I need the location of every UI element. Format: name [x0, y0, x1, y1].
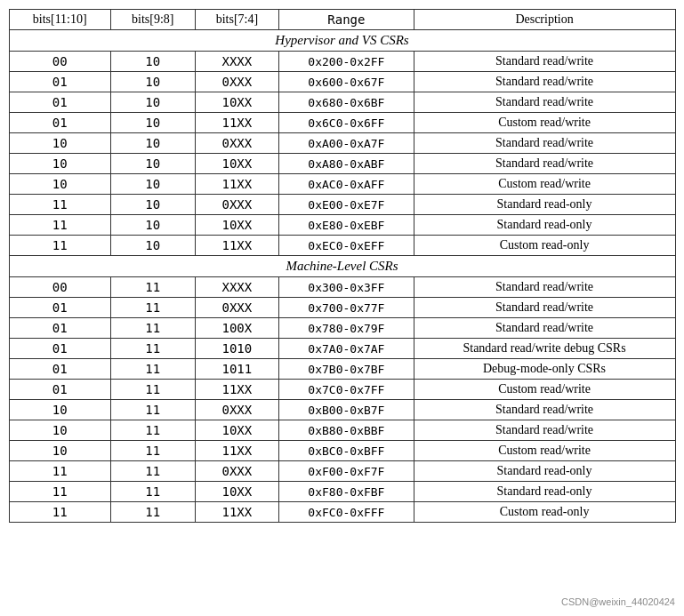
cell-1-10-3: 0xF80-0xFBF	[279, 482, 414, 502]
cell-1-7-3: 0xB80-0xBBF	[279, 420, 414, 441]
cell-1-1-1: 11	[110, 298, 195, 318]
cell-1-8-2: 11XX	[195, 441, 279, 461]
table-row: 111110XX0xF80-0xFBFStandard read-only	[9, 482, 675, 502]
cell-0-5-0: 10	[9, 154, 110, 174]
cell-0-9-4: Custom read-only	[414, 236, 675, 256]
table-row: 111011XX0xEC0-0xEFFCustom read-only	[9, 236, 675, 256]
cell-1-10-4: Standard read-only	[414, 482, 675, 502]
table-row: 11100XXX0xE00-0xE7FStandard read-only	[9, 195, 675, 215]
cell-1-4-4: Debug-mode-only CSRs	[414, 359, 675, 380]
cell-1-3-3: 0x7A0-0x7AF	[279, 339, 414, 359]
cell-1-6-0: 10	[9, 400, 110, 420]
cell-0-3-4: Custom read/write	[414, 113, 675, 133]
table-row: 111111XX0xFC0-0xFFFCustom read-only	[9, 502, 675, 523]
col-header-1: bits[9:8]	[110, 10, 195, 30]
cell-0-6-3: 0xAC0-0xAFF	[279, 174, 414, 195]
table-row: 011110100x7A0-0x7AFStandard read/write d…	[9, 339, 675, 359]
cell-1-1-0: 01	[9, 298, 110, 318]
cell-1-3-0: 01	[9, 339, 110, 359]
cell-1-5-4: Custom read/write	[414, 380, 675, 400]
cell-0-0-4: Standard read/write	[414, 52, 675, 72]
cell-1-8-0: 10	[9, 441, 110, 461]
table-row: 101110XX0xB80-0xBBFStandard read/write	[9, 420, 675, 441]
cell-1-0-3: 0x300-0x3FF	[279, 277, 414, 298]
cell-0-0-2: XXXX	[195, 52, 279, 72]
cell-0-5-3: 0xA80-0xABF	[279, 154, 414, 174]
cell-1-0-4: Standard read/write	[414, 277, 675, 298]
cell-0-1-4: Standard read/write	[414, 72, 675, 92]
cell-0-3-0: 01	[9, 113, 110, 133]
table-row: 0011XXXX0x300-0x3FFStandard read/write	[9, 277, 675, 298]
cell-0-5-2: 10XX	[195, 154, 279, 174]
cell-0-0-3: 0x200-0x2FF	[279, 52, 414, 72]
cell-0-8-1: 10	[110, 215, 195, 236]
cell-1-3-1: 11	[110, 339, 195, 359]
cell-1-11-4: Custom read-only	[414, 502, 675, 523]
cell-1-8-1: 11	[110, 441, 195, 461]
cell-0-7-2: 0XXX	[195, 195, 279, 215]
cell-1-11-1: 11	[110, 502, 195, 523]
table-row: 0010XXXX0x200-0x2FFStandard read/write	[9, 52, 675, 72]
cell-1-11-3: 0xFC0-0xFFF	[279, 502, 414, 523]
col-header-4: Description	[414, 10, 675, 30]
cell-0-7-0: 11	[9, 195, 110, 215]
cell-0-0-1: 10	[110, 52, 195, 72]
cell-0-9-0: 11	[9, 236, 110, 256]
cell-0-7-3: 0xE00-0xE7F	[279, 195, 414, 215]
cell-1-5-3: 0x7C0-0x7FF	[279, 380, 414, 400]
cell-1-9-2: 0XXX	[195, 461, 279, 482]
table-row: 10100XXX0xA00-0xA7FStandard read/write	[9, 133, 675, 154]
cell-0-4-2: 0XXX	[195, 133, 279, 154]
cell-0-1-1: 10	[110, 72, 195, 92]
cell-1-5-0: 01	[9, 380, 110, 400]
cell-1-9-0: 11	[9, 461, 110, 482]
cell-1-2-2: 100X	[195, 318, 279, 339]
cell-0-7-4: Standard read-only	[414, 195, 675, 215]
section-header-1: Machine-Level CSRs	[9, 256, 675, 277]
cell-0-9-3: 0xEC0-0xEFF	[279, 236, 414, 256]
cell-0-4-3: 0xA00-0xA7F	[279, 133, 414, 154]
cell-1-2-0: 01	[9, 318, 110, 339]
cell-1-11-0: 11	[9, 502, 110, 523]
cell-0-8-4: Standard read-only	[414, 215, 675, 236]
cell-1-6-1: 11	[110, 400, 195, 420]
table-row: 011110110x7B0-0x7BFDebug-mode-only CSRs	[9, 359, 675, 380]
cell-1-7-0: 10	[9, 420, 110, 441]
cell-0-4-4: Standard read/write	[414, 133, 675, 154]
cell-0-7-1: 10	[110, 195, 195, 215]
cell-1-0-0: 00	[9, 277, 110, 298]
cell-1-0-2: XXXX	[195, 277, 279, 298]
cell-0-8-3: 0xE80-0xEBF	[279, 215, 414, 236]
table-row: 111010XX0xE80-0xEBFStandard read-only	[9, 215, 675, 236]
table-row: 0111100X0x780-0x79FStandard read/write	[9, 318, 675, 339]
col-header-2: bits[7:4]	[195, 10, 279, 30]
cell-0-6-4: Custom read/write	[414, 174, 675, 195]
cell-1-4-0: 01	[9, 359, 110, 380]
cell-1-9-3: 0xF00-0xF7F	[279, 461, 414, 482]
cell-0-9-1: 10	[110, 236, 195, 256]
cell-0-2-1: 10	[110, 92, 195, 113]
table-row: 10110XXX0xB00-0xB7FStandard read/write	[9, 400, 675, 420]
cell-0-2-3: 0x680-0x6BF	[279, 92, 414, 113]
table-row: 01110XXX0x700-0x77FStandard read/write	[9, 298, 675, 318]
cell-1-7-4: Standard read/write	[414, 420, 675, 441]
cell-1-2-4: Standard read/write	[414, 318, 675, 339]
col-header-3: Range	[279, 10, 414, 30]
cell-1-6-2: 0XXX	[195, 400, 279, 420]
cell-0-3-2: 11XX	[195, 113, 279, 133]
col-header-0: bits[11:10]	[9, 10, 110, 30]
cell-0-6-2: 11XX	[195, 174, 279, 195]
cell-1-4-3: 0x7B0-0x7BF	[279, 359, 414, 380]
cell-0-2-4: Standard read/write	[414, 92, 675, 113]
cell-1-10-1: 11	[110, 482, 195, 502]
cell-0-0-0: 00	[9, 52, 110, 72]
cell-0-2-0: 01	[9, 92, 110, 113]
cell-1-1-4: Standard read/write	[414, 298, 675, 318]
cell-0-1-3: 0x600-0x67F	[279, 72, 414, 92]
table-row: 11110XXX0xF00-0xF7FStandard read-only	[9, 461, 675, 482]
cell-1-0-1: 11	[110, 277, 195, 298]
cell-1-9-4: Standard read-only	[414, 461, 675, 482]
section-header-0: Hypervisor and VS CSRs	[9, 30, 675, 52]
cell-0-3-3: 0x6C0-0x6FF	[279, 113, 414, 133]
cell-1-9-1: 11	[110, 461, 195, 482]
